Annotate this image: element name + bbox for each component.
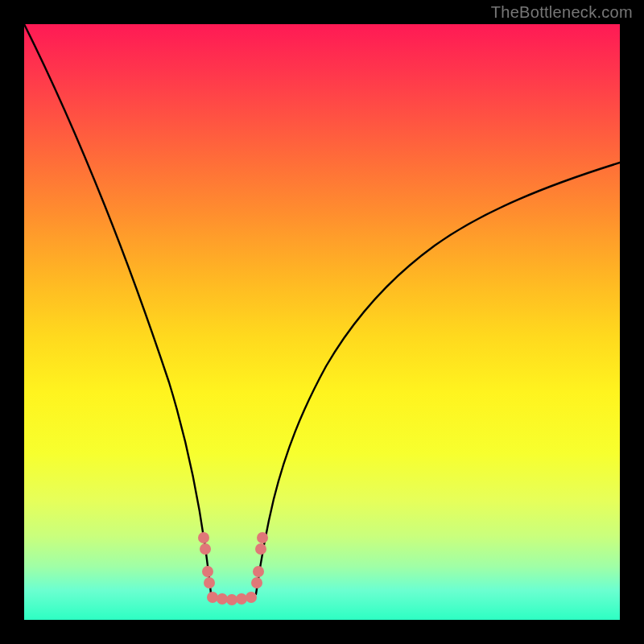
chart-frame: TheBottleneck.com: [0, 0, 644, 644]
right-marker-pair: [251, 532, 268, 588]
svg-point-0: [207, 592, 218, 603]
svg-point-3: [236, 593, 247, 605]
svg-point-10: [255, 543, 266, 555]
bottleneck-curve: [24, 24, 620, 620]
svg-point-12: [251, 577, 262, 588]
svg-point-11: [253, 566, 264, 577]
svg-point-5: [198, 532, 209, 543]
right-curve: [256, 163, 620, 594]
svg-point-4: [246, 592, 257, 603]
watermark-text: TheBottleneck.com: [491, 3, 633, 22]
plot-area: [24, 24, 620, 620]
svg-point-9: [257, 532, 268, 543]
svg-point-8: [204, 577, 215, 588]
svg-point-6: [200, 543, 211, 555]
svg-point-7: [202, 566, 213, 577]
svg-point-2: [226, 594, 237, 605]
left-curve: [24, 24, 211, 594]
svg-point-1: [217, 593, 228, 605]
valley-blob: [207, 592, 257, 605]
